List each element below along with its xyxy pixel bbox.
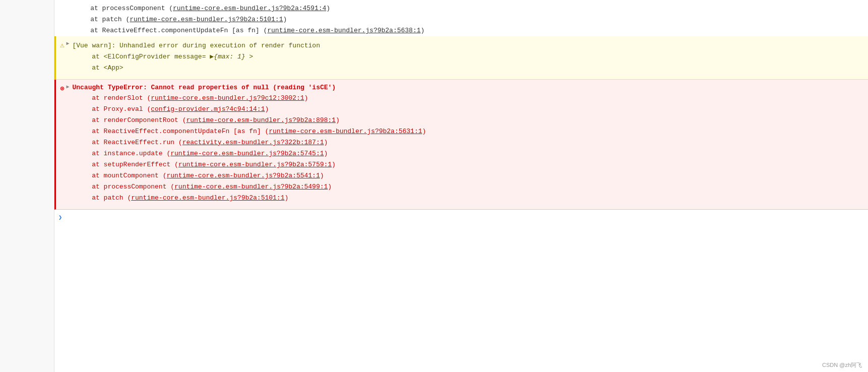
error-icon: ⊗ xyxy=(60,84,64,93)
error-link-2[interactable]: config-provider.mjs?4c94:14:1 xyxy=(151,105,265,113)
error-stack-1: at renderSlot (runtime-core.esm-bundler.… xyxy=(60,93,860,104)
error-link-5[interactable]: reactivity.esm-bundler.js?322b:187:1 xyxy=(182,139,324,146)
warning-line-2: at <App> xyxy=(76,63,860,74)
error-link-8[interactable]: runtime-core.esm-bundler.js?9b2a:5541:1 xyxy=(166,172,320,179)
warning-icon: ⚠ xyxy=(60,41,64,49)
error-stack-3: at renderComponentRoot (runtime-core.esm… xyxy=(60,115,860,126)
left-gutter xyxy=(0,0,54,372)
error-link-1[interactable]: runtime-core.esm-bundler.js?9c12:3002:1 xyxy=(151,94,304,102)
top-link-1[interactable]: runtime-core.esm-bundler.js?9b2a:4591:4 xyxy=(173,5,326,12)
error-link-3[interactable]: runtime-core.esm-bundler.js?9b2a:898:1 xyxy=(186,116,335,124)
content-area: at processComponent (runtime-core.esm-bu… xyxy=(54,0,868,372)
error-title: Uncaught TypeError: Cannot read properti… xyxy=(72,84,336,91)
error-link-6[interactable]: runtime-core.esm-bundler.js?9b2a:5745:1 xyxy=(170,150,324,157)
error-stack-4: at ReactiveEffect.componentUpdateFn [as … xyxy=(60,126,860,137)
warning-lines: at <ElConfigProvider message= ▶{max: 1} … xyxy=(60,51,860,74)
warning-line-1: at <ElConfigProvider message= ▶{max: 1} … xyxy=(76,51,860,63)
error-link-9[interactable]: runtime-core.esm-bundler.js?9b2a:5499:1 xyxy=(174,183,328,191)
warning-triangle[interactable]: ▶ xyxy=(66,40,69,46)
error-triangle[interactable]: ▶ xyxy=(66,84,69,90)
error-stack-8: at mountComponent (runtime-core.esm-bund… xyxy=(60,170,860,181)
error-stack-5: at ReactiveEffect.run (reactivity.esm-bu… xyxy=(60,137,860,148)
error-stack-2: at Proxy.eval (config-provider.mjs?4c94:… xyxy=(60,104,860,115)
prompt-chevron[interactable]: ❯ xyxy=(58,214,62,221)
top-stack-lines: at processComponent (runtime-core.esm-bu… xyxy=(54,0,868,36)
top-line-2: at patch (runtime-core.esm-bundler.js?9b… xyxy=(58,14,868,25)
top-link-2[interactable]: runtime-core.esm-bundler.js?9b2a:5101:1 xyxy=(130,16,283,23)
error-stack-6: at instance.update (runtime-core.esm-bun… xyxy=(60,148,860,159)
error-stack-7: at setupRenderEffect (runtime-core.esm-b… xyxy=(60,159,860,170)
input-line: ❯ xyxy=(54,210,868,225)
top-line-1: at processComponent (runtime-core.esm-bu… xyxy=(58,3,868,14)
error-header: ⊗ ▶ Uncaught TypeError: Cannot read prop… xyxy=(60,84,860,93)
watermark: CSDN @zh阿飞 xyxy=(822,361,862,369)
warning-block: ⚠ ▶ [Vue warn]: Unhandled error during e… xyxy=(54,36,868,79)
error-link-10[interactable]: runtime-core.esm-bundler.js?9b2a:5101:1 xyxy=(131,194,284,202)
warning-text: [Vue warn]: Unhandled error during execu… xyxy=(72,40,320,51)
error-link-4[interactable]: runtime-core.esm-bundler.js?9b2a:5631:1 xyxy=(269,128,422,135)
error-stack-10: at patch (runtime-core.esm-bundler.js?9b… xyxy=(60,193,860,204)
console-panel: at processComponent (runtime-core.esm-bu… xyxy=(0,0,868,372)
warning-header: ⚠ ▶ [Vue warn]: Unhandled error during e… xyxy=(60,40,860,51)
error-block: ⊗ ▶ Uncaught TypeError: Cannot read prop… xyxy=(54,80,868,210)
error-link-7[interactable]: runtime-core.esm-bundler.js?9b2a:5759:1 xyxy=(178,161,332,168)
top-line-3: at ReactiveEffect.componentUpdateFn [as … xyxy=(58,25,868,36)
top-link-3[interactable]: runtime-core.esm-bundler.js?9b2a:5638:1 xyxy=(267,27,420,34)
error-stack-9: at processComponent (runtime-core.esm-bu… xyxy=(60,181,860,193)
